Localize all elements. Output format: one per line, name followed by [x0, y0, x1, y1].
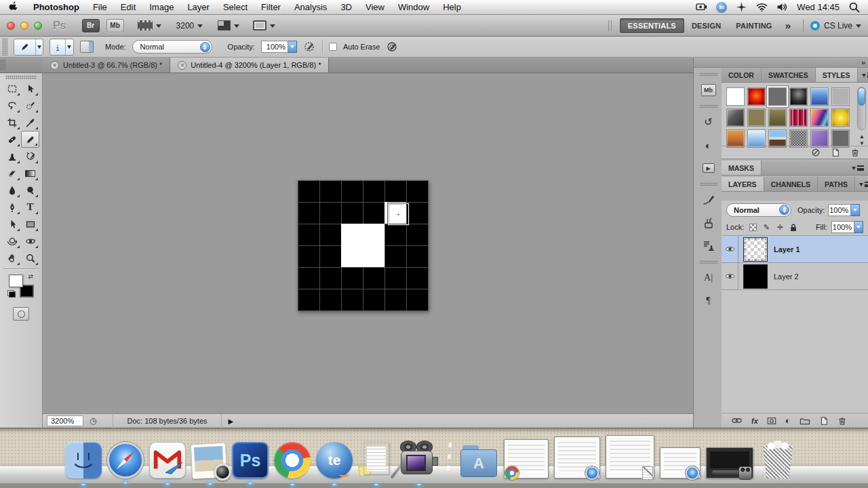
layer-visibility-toggle[interactable]	[722, 236, 738, 262]
lock-image-icon[interactable]: ✎	[762, 223, 771, 232]
brushes-panel-icon[interactable]	[699, 190, 718, 209]
style-swatch[interactable]	[768, 129, 787, 148]
tab-color[interactable]: COLOR	[722, 68, 762, 82]
menu-view[interactable]: View	[366, 2, 384, 12]
3d-orbit-tool[interactable]	[21, 232, 39, 249]
new-style-icon[interactable]	[831, 148, 840, 157]
dock-iphoto-icon[interactable]	[191, 443, 228, 480]
style-swatch-no-style[interactable]	[726, 87, 745, 106]
dock-minimized-window-chrome[interactable]	[504, 439, 549, 479]
view-extras-icon[interactable]	[138, 20, 153, 30]
spotlight-icon[interactable]	[848, 1, 860, 13]
cs-live-caret[interactable]	[856, 24, 861, 30]
layer-blend-mode-select[interactable]: Normal	[726, 203, 791, 217]
status-options-arrow[interactable]: ▶	[229, 418, 234, 425]
tab-layers[interactable]: LAYERS	[722, 177, 764, 191]
close-tab-icon[interactable]: ✕	[178, 61, 186, 70]
pen-tool[interactable]	[3, 199, 21, 216]
blend-mode-select[interactable]: Normal	[132, 40, 212, 54]
style-swatch[interactable]	[747, 108, 766, 127]
tool-preset-picker[interactable]	[14, 39, 43, 56]
dock-trash-icon[interactable]	[759, 439, 797, 479]
dock-applications-folder-icon[interactable]: A	[459, 443, 498, 479]
swap-colors-icon[interactable]: ⇄	[28, 273, 33, 280]
layer-effects-icon[interactable]: fx	[751, 417, 758, 425]
dock-textedit-icon[interactable]	[358, 441, 395, 479]
character-panel-icon[interactable]: A|	[699, 268, 718, 287]
dock-textexpander-icon[interactable]: te	[316, 442, 353, 479]
scroll-up-button[interactable]: ▲	[859, 134, 865, 139]
burn-tool[interactable]	[21, 182, 39, 199]
dock-chrome-icon[interactable]	[274, 442, 311, 479]
tab-channels[interactable]: CHANNELS	[764, 177, 818, 191]
menubar-clock[interactable]: Wed 14:45	[797, 2, 840, 12]
adjustment-layer-icon[interactable]: ◐	[785, 415, 791, 426]
style-swatch[interactable]	[789, 108, 808, 127]
workspace-painting-button[interactable]: PAINTING	[728, 19, 779, 33]
layer-visibility-toggle[interactable]	[722, 263, 738, 289]
style-swatch-selected[interactable]	[768, 87, 787, 106]
default-colors-icon[interactable]	[7, 290, 16, 298]
style-swatch[interactable]	[789, 129, 808, 148]
layer-opacity-input[interactable]: 100%	[828, 204, 851, 216]
rectangular-marquee-tool[interactable]	[3, 80, 21, 97]
layer-opacity-dropdown[interactable]	[851, 204, 860, 216]
new-group-icon[interactable]	[800, 416, 810, 426]
display-icon[interactable]	[696, 1, 707, 13]
layer-thumbnail-black[interactable]	[743, 264, 768, 289]
volume-icon[interactable]	[776, 1, 788, 13]
dock-minimized-window-safari[interactable]	[554, 436, 600, 479]
style-swatch[interactable]	[810, 129, 829, 148]
crop-tool[interactable]	[3, 114, 21, 131]
style-swatch[interactable]	[831, 87, 850, 106]
gradient-tool[interactable]	[21, 165, 39, 182]
actions-panel-icon[interactable]: ▶	[699, 159, 718, 178]
dock-safari-icon[interactable]	[107, 442, 144, 479]
style-swatch[interactable]	[747, 87, 766, 106]
lock-transparency-icon[interactable]	[748, 223, 757, 232]
type-tool[interactable]: T	[21, 199, 39, 216]
pencil-tool[interactable]	[21, 131, 39, 148]
clone-source-panel-icon[interactable]	[699, 237, 718, 256]
zoom-level-caret[interactable]	[197, 24, 203, 30]
delete-style-icon[interactable]	[850, 148, 860, 157]
link-layers-icon[interactable]	[731, 417, 743, 424]
layer-row-layer-2[interactable]: Layer 2	[722, 263, 868, 290]
hand-tool[interactable]	[3, 249, 21, 266]
wifi-icon[interactable]	[756, 1, 768, 13]
masks-panel-menu-button[interactable]	[848, 161, 868, 175]
tablet-opacity-icon[interactable]	[303, 40, 316, 54]
3d-rotate-tool[interactable]	[3, 232, 21, 249]
doc-tab-untitled-3[interactable]: ✕ Untitled-3 @ 66.7% (RGB/8) *	[43, 58, 170, 73]
menu-layer[interactable]: Layer	[187, 2, 210, 12]
dock-minimized-window-quicktime[interactable]	[706, 447, 753, 479]
style-swatch[interactable]	[747, 129, 766, 148]
adjustments-panel-icon[interactable]: ◐	[699, 136, 718, 155]
close-window-button[interactable]	[7, 22, 15, 30]
spot-healing-brush-tool[interactable]	[3, 131, 21, 148]
paragraph-panel-icon[interactable]: ¶	[699, 291, 718, 310]
style-swatch[interactable]	[789, 87, 808, 106]
zoom-level-control[interactable]: 3200	[176, 21, 195, 30]
screen-mode-icon[interactable]	[253, 20, 267, 30]
mini-bridge-panel-icon[interactable]: Mb	[699, 81, 718, 100]
menu-help[interactable]: Help	[443, 2, 461, 12]
launch-bridge-button[interactable]: Br	[82, 19, 100, 33]
scroll-down-button[interactable]: ▼	[859, 141, 865, 146]
arrange-documents-icon[interactable]	[218, 20, 231, 30]
quick-selection-tool[interactable]	[21, 97, 39, 114]
auto-erase-checkbox[interactable]	[329, 43, 337, 51]
layer-row-layer-1[interactable]: Layer 1	[722, 236, 868, 263]
brush-size-picker[interactable]: ·1	[50, 39, 74, 56]
document-canvas[interactable]: +	[298, 180, 429, 311]
view-extras-caret[interactable]	[156, 24, 161, 30]
menu-file[interactable]: File	[93, 2, 107, 12]
toggle-brush-panel-button[interactable]	[80, 41, 94, 53]
opacity-input[interactable]: 100%	[261, 41, 288, 53]
tab-swatches[interactable]: SWATCHES	[762, 68, 816, 82]
sparkle-icon[interactable]	[736, 1, 747, 13]
statusbar-zoom-input[interactable]: 3200%	[47, 415, 83, 426]
dock-finder-icon[interactable]	[65, 442, 102, 479]
dock-screen-recorder-icon[interactable]	[400, 441, 438, 479]
workspace-design-button[interactable]: DESIGN	[684, 19, 728, 33]
